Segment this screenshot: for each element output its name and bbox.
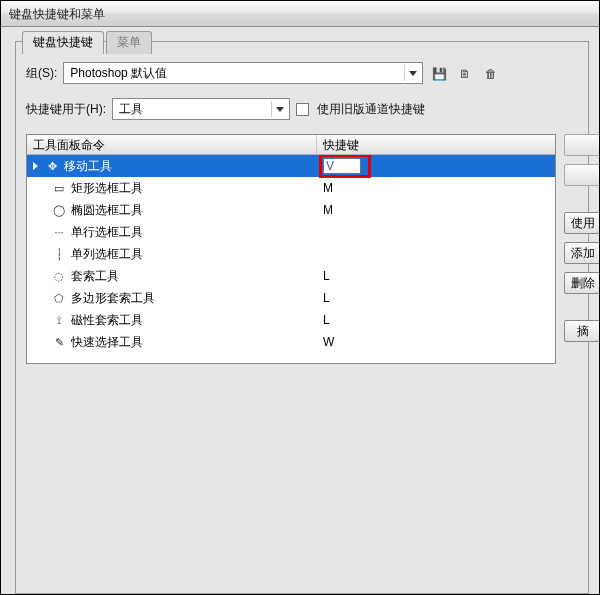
table-row[interactable]: 磁性套索工具 L xyxy=(27,309,555,331)
shortcuts-for-arrow xyxy=(271,101,287,117)
shortcut-input[interactable] xyxy=(323,158,361,174)
col-marquee-icon xyxy=(51,246,67,262)
table-row[interactable]: 矩形选框工具 M xyxy=(27,177,555,199)
group-combo[interactable]: Photoshop 默认值 xyxy=(63,62,423,84)
save-as-button[interactable] xyxy=(455,63,475,83)
quick-select-icon xyxy=(51,334,67,350)
main-panel: 键盘快捷键 菜单 组(S): Photoshop 默认值 快捷键用于(H): xyxy=(15,41,589,594)
move-icon xyxy=(44,158,60,174)
save-as-icon xyxy=(459,66,471,81)
dialog-window: 键盘快捷键和菜单 键盘快捷键 菜单 组(S): Photoshop 默认值 xyxy=(0,0,600,595)
legacy-channel-label: 使用旧版通道快捷键 xyxy=(317,101,425,118)
col-shortcut: 快捷键 xyxy=(317,135,555,154)
table-row[interactable]: 移动工具 xyxy=(27,155,555,177)
delete-shortcut-button[interactable]: 删除 xyxy=(564,272,600,294)
row-marquee-icon xyxy=(51,224,67,240)
group-row: 组(S): Photoshop 默认值 xyxy=(26,62,578,84)
content-split: 工具面板命令 快捷键 移动工具 xyxy=(26,134,578,364)
table-row[interactable]: 快速选择工具 W xyxy=(27,331,555,353)
delete-set-button[interactable] xyxy=(481,63,501,83)
row-name: 矩形选框工具 xyxy=(71,180,143,197)
use-default-button[interactable]: 使用 xyxy=(564,212,600,234)
group-combo-arrow xyxy=(404,65,420,81)
shortcuts-for-row: 快捷键用于(H): 工具 使用旧版通道快捷键 xyxy=(26,98,578,120)
window-title: 键盘快捷键和菜单 xyxy=(1,1,599,27)
row-shortcut: M xyxy=(317,203,555,217)
client-area: 键盘快捷键 菜单 组(S): Photoshop 默认值 快捷键用于(H): xyxy=(1,27,599,594)
row-shortcut: L xyxy=(317,291,555,305)
lasso-icon xyxy=(51,268,67,284)
side-btn-blank-1[interactable] xyxy=(564,134,600,156)
panel-inner: 组(S): Photoshop 默认值 快捷键用于(H): 工具 xyxy=(16,42,588,374)
group-label: 组(S): xyxy=(26,65,57,82)
table-row[interactable]: 椭圆选框工具 M xyxy=(27,199,555,221)
add-shortcut-button[interactable]: 添加 xyxy=(564,242,600,264)
table-row[interactable]: 单行选框工具 xyxy=(27,221,555,243)
legacy-channel-checkbox[interactable] xyxy=(296,103,309,116)
shortcut-edit-wrap xyxy=(323,158,361,174)
row-shortcut: W xyxy=(317,335,555,349)
shortcuts-for-combo[interactable]: 工具 xyxy=(112,98,290,120)
row-name: 单行选框工具 xyxy=(71,224,143,241)
summary-button[interactable]: 摘 xyxy=(564,320,600,342)
row-shortcut: L xyxy=(317,269,555,283)
shortcuts-for-value: 工具 xyxy=(119,101,143,118)
row-name: 快速选择工具 xyxy=(71,334,143,351)
side-btn-blank-2[interactable] xyxy=(564,164,600,186)
row-name: 多边形套索工具 xyxy=(71,290,155,307)
tab-keyboard-shortcuts[interactable]: 键盘快捷键 xyxy=(22,31,104,54)
shortcut-table: 工具面板命令 快捷键 移动工具 xyxy=(26,134,556,364)
row-name: 磁性套索工具 xyxy=(71,312,143,329)
row-name: 单列选框工具 xyxy=(71,246,143,263)
tab-menus[interactable]: 菜单 xyxy=(106,31,152,54)
ellipse-marquee-icon xyxy=(51,202,67,218)
tab-bar: 键盘快捷键 菜单 xyxy=(22,31,152,54)
save-button[interactable] xyxy=(429,63,449,83)
table-row[interactable]: 多边形套索工具 L xyxy=(27,287,555,309)
row-name: 套索工具 xyxy=(71,268,119,285)
poly-lasso-icon xyxy=(51,290,67,306)
save-icon xyxy=(432,66,447,81)
magnetic-lasso-icon xyxy=(51,312,67,328)
delete-icon xyxy=(485,66,497,81)
expander-icon[interactable] xyxy=(33,162,38,170)
table-body[interactable]: 移动工具 矩形选框工具 xyxy=(27,155,555,363)
table-row[interactable]: 套索工具 L xyxy=(27,265,555,287)
row-name: 椭圆选框工具 xyxy=(71,202,143,219)
col-command: 工具面板命令 xyxy=(27,135,317,154)
row-shortcut: M xyxy=(317,181,555,195)
group-combo-value: Photoshop 默认值 xyxy=(70,65,167,82)
row-name: 移动工具 xyxy=(64,158,112,175)
side-buttons: 使用 添加 删除 摘 xyxy=(564,134,600,342)
rect-marquee-icon xyxy=(51,180,67,196)
row-shortcut: L xyxy=(317,313,555,327)
shortcuts-for-label: 快捷键用于(H): xyxy=(26,101,106,118)
table-header: 工具面板命令 快捷键 xyxy=(27,135,555,155)
table-row[interactable]: 单列选框工具 xyxy=(27,243,555,265)
